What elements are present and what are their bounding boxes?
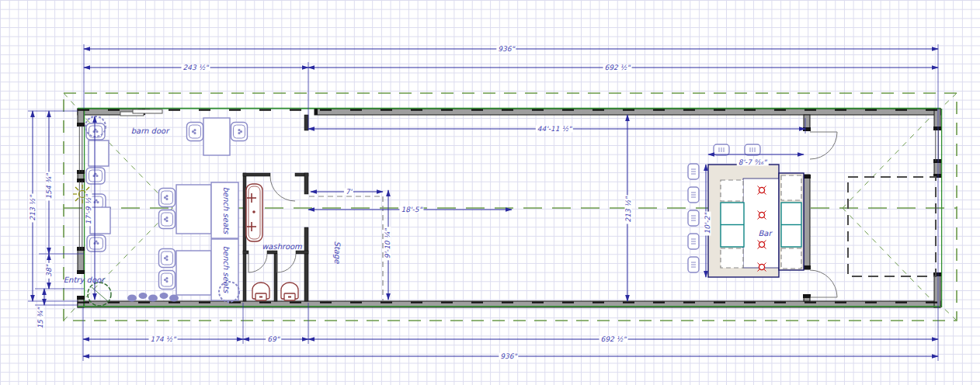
dim-top-overall: 936" xyxy=(496,46,516,53)
label-bar: Bar xyxy=(756,230,773,238)
drawing-layer xyxy=(0,0,980,385)
label-bench-seats-1: bench seats xyxy=(222,186,230,235)
dim-bar-width: 8'-7 ⁹⁄₁₆" xyxy=(737,159,769,166)
dim-left-lower: 38" xyxy=(46,263,53,279)
dim-bottom-washroom: 69" xyxy=(266,336,281,343)
floorplan-canvas[interactable]: 936" 243 ½" 692 ½" 44'-11 ½" 213 ½" 154 … xyxy=(0,0,980,385)
dim-bottom-overall: 936" xyxy=(499,353,518,360)
stepping-stones xyxy=(127,293,179,302)
dim-stage-depth: 9'-10 ¼" xyxy=(384,227,391,261)
dim-interior-width: 44'-11 ½" xyxy=(536,126,573,133)
dim-top-right: 692 ½" xyxy=(603,64,632,71)
dim-bottom-right: 692 ½" xyxy=(599,336,628,343)
dim-left-overall: 213 ½" xyxy=(30,194,36,223)
label-barn-door: barn door xyxy=(130,127,171,135)
bar-counters xyxy=(708,165,804,277)
dim-top-left: 243 ½" xyxy=(182,64,210,71)
dim-left-interior: 17'-9 ½" xyxy=(85,193,92,227)
label-stage: Stage xyxy=(333,240,341,265)
label-bench-seats-2: bench seats xyxy=(222,245,230,294)
dim-left-offset: 15 ¾" xyxy=(37,306,44,330)
label-washroom: washroom xyxy=(260,243,304,251)
dim-bar-length: 10'-2" xyxy=(704,211,711,235)
east-room-dashed-outline xyxy=(848,177,936,276)
dim-left-upper: 154 ¾" xyxy=(46,172,53,201)
stage-outline xyxy=(309,196,383,301)
dim-mid-height: 213 ½" xyxy=(625,196,632,224)
label-entry-door: Entry door xyxy=(62,276,106,284)
dim-bottom-left: 174 ½" xyxy=(149,336,178,343)
dim-stage-width: 7' xyxy=(344,189,353,196)
dim-stage-span: 18'-5" xyxy=(399,206,423,213)
